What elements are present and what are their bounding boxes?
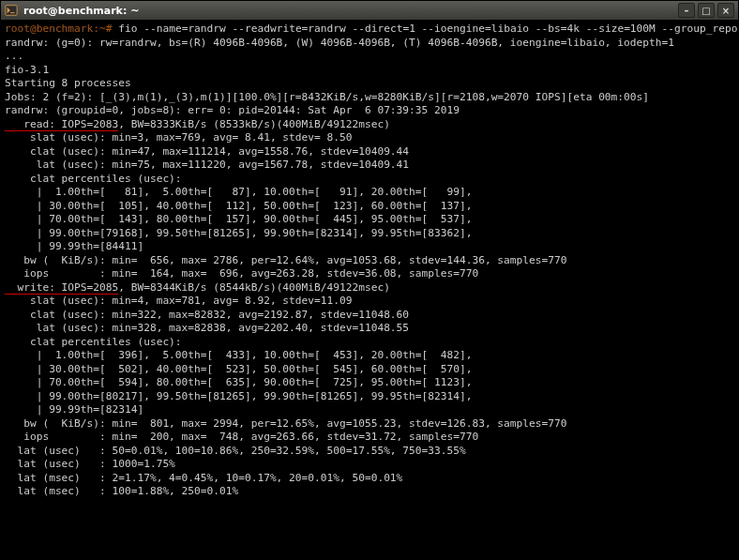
prompt-hash: # — [106, 23, 113, 35]
terminal-body[interactable]: root@benchmark:~# fio --name=randrw --re… — [1, 21, 738, 559]
write-summary-rest: , BW=8344KiB/s (8544kB/s)(400MiB/49122ms… — [118, 281, 390, 294]
terminal-window: root@benchmark: ~ – □ × root@benchmark:~… — [0, 0, 739, 560]
maximize-button[interactable]: □ — [698, 3, 715, 18]
titlebar: root@benchmark: ~ – □ × — [1, 1, 738, 21]
minimize-button[interactable]: – — [678, 3, 695, 18]
output-group-line: randrw: (groupid=0, jobs=8): err= 0: pid… — [5, 104, 460, 116]
command-text: fio --name=randrw --readwrite=randrw --d… — [118, 23, 738, 35]
terminal-icon — [5, 4, 18, 17]
output-header: randrw: (g=0): rw=randrw, bs=(R) 4096B-4… — [5, 37, 674, 103]
prompt-user-host: root@benchmark — [5, 23, 93, 35]
close-button[interactable]: × — [717, 3, 734, 18]
read-stats-block: slat (usec): min=3, max=769, avg= 8.41, … — [5, 131, 566, 280]
window-title: root@benchmark: ~ — [23, 5, 678, 17]
window-controls: – □ × — [678, 3, 734, 18]
prompt-path: ~ — [99, 23, 106, 35]
write-stats-block: slat (usec): min=4, max=781, avg= 8.92, … — [5, 295, 566, 497]
read-summary-rest: , BW=8333KiB/s (8533kB/s)(400MiB/49122ms… — [118, 118, 390, 130]
write-summary-highlight: write: IOPS=2085 — [5, 281, 118, 295]
read-summary-highlight: read: IOPS=2083 — [5, 118, 118, 131]
